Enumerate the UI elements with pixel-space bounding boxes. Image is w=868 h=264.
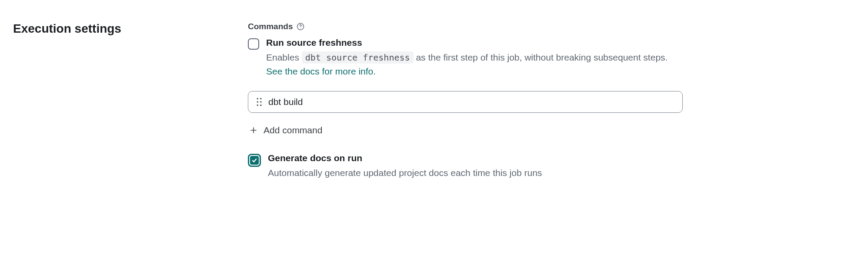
command-row <box>248 91 683 113</box>
help-icon[interactable] <box>296 22 305 31</box>
run-source-freshness-body: Run source freshness Enables dbt source … <box>266 37 683 78</box>
run-source-freshness-desc: Enables dbt source freshness as the firs… <box>266 51 683 78</box>
drag-handle-icon[interactable] <box>256 98 262 106</box>
run-source-freshness-row: Run source freshness Enables dbt source … <box>248 37 683 78</box>
generate-docs-checkbox[interactable] <box>248 154 261 167</box>
section-title-column: Execution settings <box>13 22 248 36</box>
desc-suffix: as the first step of this job, without b… <box>414 52 668 62</box>
add-command-label: Add command <box>264 125 322 135</box>
run-source-freshness-title: Run source freshness <box>266 37 683 48</box>
desc-code: dbt source freshness <box>302 51 414 64</box>
docs-link[interactable]: See the docs for more info. <box>266 66 376 76</box>
commands-column: Commands Run source freshness Enables db… <box>248 22 683 193</box>
svg-point-7 <box>260 105 262 106</box>
desc-prefix: Enables <box>266 52 302 62</box>
svg-point-2 <box>257 98 259 100</box>
commands-label: Commands <box>248 22 293 31</box>
command-input[interactable] <box>268 97 674 107</box>
execution-settings-section: Execution settings Commands Run source f… <box>13 22 855 193</box>
svg-point-5 <box>260 101 262 103</box>
commands-label-row: Commands <box>248 22 683 31</box>
svg-point-3 <box>260 98 262 100</box>
add-command-button[interactable]: Add command <box>248 125 322 135</box>
generate-docs-body: Generate docs on run Automatically gener… <box>268 153 683 180</box>
section-title: Execution settings <box>13 22 248 36</box>
generate-docs-desc: Automatically generate updated project d… <box>268 166 683 180</box>
generate-docs-title: Generate docs on run <box>268 153 683 163</box>
svg-point-6 <box>257 105 259 106</box>
svg-point-4 <box>257 101 259 103</box>
run-source-freshness-checkbox[interactable] <box>248 38 259 50</box>
svg-point-1 <box>300 28 301 28</box>
generate-docs-row: Generate docs on run Automatically gener… <box>248 153 683 180</box>
plus-icon <box>250 126 257 134</box>
